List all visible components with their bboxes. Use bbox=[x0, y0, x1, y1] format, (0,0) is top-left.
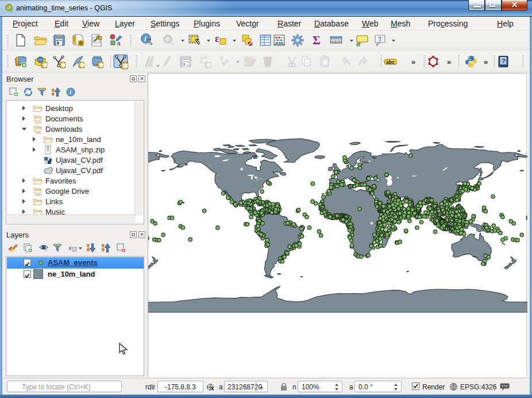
svg-text:T: T bbox=[378, 35, 383, 43]
svg-text:a: a bbox=[117, 40, 121, 47]
svg-text:✱: ✱ bbox=[206, 62, 211, 68]
svg-text:abc: abc bbox=[386, 59, 395, 64]
svg-text:Σ: Σ bbox=[313, 33, 321, 47]
svg-text:?: ? bbox=[502, 57, 506, 64]
svg-text:✱: ✱ bbox=[61, 62, 66, 68]
svg-text:i: i bbox=[144, 35, 147, 43]
svg-text:ε: ε bbox=[69, 244, 72, 251]
svg-text:✱: ✱ bbox=[80, 62, 85, 68]
svg-text:i: i bbox=[70, 89, 71, 95]
svg-text:✱: ✱ bbox=[122, 61, 129, 69]
svg-text:ε: ε bbox=[215, 33, 219, 44]
svg-text:✱: ✱ bbox=[43, 62, 48, 68]
svg-text:✱: ✱ bbox=[99, 62, 104, 68]
